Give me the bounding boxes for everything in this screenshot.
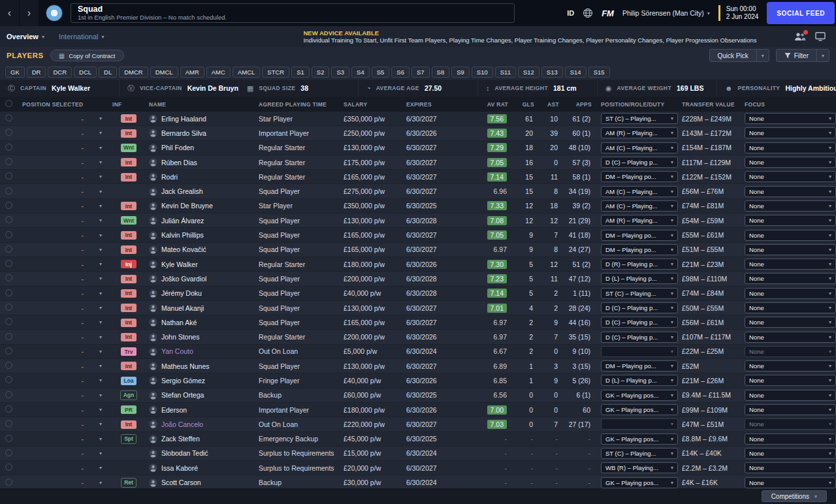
position-role-duty-dropdown[interactable]: GK – Playing pos... ▾ <box>601 390 678 401</box>
position-selected-cell[interactable]: - ▾ <box>18 187 108 195</box>
focus-dropdown[interactable]: None ▾ <box>745 375 836 386</box>
position-filter-s13[interactable]: S13 <box>541 67 563 78</box>
focus-dropdown[interactable]: None ▾ <box>745 200 836 212</box>
player-name-cell[interactable]: Manuel Akanji <box>145 304 255 312</box>
position-filter-stcr[interactable]: STCR <box>262 67 289 78</box>
focus-dropdown[interactable]: None ▾ <box>745 390 836 401</box>
row-select-checkbox[interactable] <box>5 362 12 369</box>
player-name-cell[interactable]: Phil Foden <box>145 144 255 152</box>
row-select-checkbox[interactable] <box>5 216 12 223</box>
column-header-salary[interactable]: SALARY <box>340 101 402 108</box>
focus-dropdown[interactable]: None ▾ <box>745 332 836 343</box>
focus-dropdown[interactable]: None ▾ <box>745 462 836 473</box>
globe-icon[interactable] <box>583 8 593 18</box>
position-selected-cell[interactable]: - ▾ <box>18 333 108 341</box>
player-name-cell[interactable]: Kalvin Phillips <box>145 231 255 240</box>
position-filter-s12[interactable]: S12 <box>518 67 539 78</box>
player-name-cell[interactable]: Yan Couto <box>145 347 255 356</box>
tab-international[interactable]: International ▾ <box>59 33 104 40</box>
player-name-cell[interactable]: Issa Kaboré <box>145 464 255 472</box>
focus-dropdown[interactable]: None ▾ <box>745 127 836 138</box>
row-select-checkbox[interactable] <box>5 144 12 151</box>
table-row[interactable]: - ▾ Jack Grealish Squad Player £275,000 … <box>0 184 836 198</box>
focus-dropdown[interactable]: None ▾ <box>745 404 836 415</box>
position-selected-cell[interactable]: - ▾ <box>18 231 108 239</box>
table-row[interactable]: - ▾ Int Joško Gvardiol Squad Player £200… <box>0 272 836 286</box>
column-header-ast[interactable]: AST <box>539 101 564 108</box>
position-filter-s5[interactable]: S5 <box>372 67 390 78</box>
focus-dropdown[interactable]: None ▾ <box>745 142 836 153</box>
table-row[interactable]: - ▾ Inj Kyle Walker Regular Starter £180… <box>0 257 836 272</box>
position-selected-cell[interactable]: - ▾ <box>18 391 108 399</box>
row-select-checkbox[interactable] <box>5 464 12 471</box>
position-role-duty-dropdown[interactable]: WB (R) – Playing... ▾ <box>601 462 678 473</box>
position-selected-cell[interactable]: - ▾ <box>18 464 108 472</box>
table-row[interactable]: - ▾ PR Ederson Important Player £180,000… <box>0 403 836 417</box>
chevron-down-icon[interactable]: ▾ <box>756 50 769 61</box>
player-name-cell[interactable]: João Cancelo <box>145 420 255 428</box>
column-header-inf[interactable]: INF <box>108 101 145 108</box>
focus-dropdown[interactable]: None ▾ <box>745 477 836 488</box>
table-row[interactable]: - ▾ Int Nathan Aké Squad Player £165,000… <box>0 315 836 330</box>
position-role-duty-dropdown[interactable]: D (L) – Playing p... ▾ <box>601 375 678 386</box>
table-row[interactable]: - ▾ Int Jérémy Doku Squad Player £40,000… <box>0 287 836 301</box>
table-row[interactable]: - ▾ Int Manuel Akanji Squad Player £130,… <box>0 301 836 315</box>
row-select-checkbox[interactable] <box>5 318 12 325</box>
page-title-box[interactable]: Squad 1st in English Premier Division – … <box>71 3 515 23</box>
chevron-down-icon[interactable]: ▾ <box>816 50 829 61</box>
position-selected-cell[interactable]: - ▾ <box>18 129 108 137</box>
focus-dropdown[interactable]: None ▾ <box>745 186 836 197</box>
position-role-duty-dropdown[interactable]: DM – Playing po... ▾ <box>601 360 678 371</box>
position-role-duty-dropdown[interactable]: AM (R) – Playing... ▾ <box>601 127 678 138</box>
position-role-duty-dropdown[interactable]: DM – Playing po... ▾ <box>601 171 678 182</box>
position-role-duty-dropdown[interactable]: DM – Playing po... ▾ <box>601 230 678 241</box>
focus-dropdown[interactable]: None ▾ <box>745 259 836 270</box>
player-name-cell[interactable]: Nathan Aké <box>145 318 255 326</box>
view-selector-button[interactable]: ▦ Copy of Contract <box>50 50 124 61</box>
position-selected-cell[interactable]: - ▾ <box>18 144 108 151</box>
position-role-duty-dropdown[interactable]: D (C) – Playing p... ▾ <box>601 302 678 313</box>
table-row[interactable]: - ▾ Int Kevin De Bruyne Star Player £350… <box>0 199 836 213</box>
position-role-duty-dropdown[interactable]: DM – Playing po... ▾ <box>601 244 678 255</box>
column-header-position-role-duty[interactable]: POSITION/ROLE/DUTY <box>597 101 678 108</box>
table-row[interactable]: - ▾ Int Bernardo Silva Important Player … <box>0 126 836 140</box>
position-role-duty-dropdown[interactable]: D (L) – Playing p... ▾ <box>601 273 678 284</box>
row-select-checkbox[interactable] <box>5 304 12 311</box>
position-selected-cell[interactable]: - ▾ <box>18 479 108 486</box>
focus-dropdown[interactable]: None ▾ <box>745 317 836 328</box>
position-role-duty-dropdown[interactable]: ST (C) – Playing... ▾ <box>601 448 678 459</box>
player-name-cell[interactable]: Julián Álvarez <box>145 216 255 225</box>
table-row[interactable]: - ▾ Int John Stones Regular Starter £200… <box>0 330 836 344</box>
position-filter-dcl[interactable]: DCL <box>74 67 97 78</box>
focus-dropdown[interactable]: None ▾ <box>745 157 836 168</box>
position-role-duty-dropdown[interactable]: ▾ <box>601 346 678 357</box>
focus-dropdown[interactable]: None ▾ <box>745 302 836 313</box>
position-filter-s11[interactable]: S11 <box>495 67 516 78</box>
position-filter-s6[interactable]: S6 <box>391 67 410 78</box>
position-selected-cell[interactable]: - ▾ <box>18 347 108 355</box>
player-name-cell[interactable]: Kyle Walker <box>145 260 255 268</box>
position-role-duty-dropdown[interactable]: GK – Playing pos... ▾ <box>601 404 678 415</box>
column-header-expires[interactable]: EXPIRES <box>402 101 470 108</box>
competitions-button[interactable]: Competitions ▾ <box>762 490 827 502</box>
row-select-checkbox[interactable] <box>5 333 12 340</box>
position-filter-s10[interactable]: S10 <box>472 67 493 78</box>
focus-dropdown[interactable]: None ▾ <box>745 171 836 182</box>
table-row[interactable]: - ▾ Issa Kaboré Surplus to Requirements … <box>0 461 836 475</box>
position-filter-s4[interactable]: S4 <box>351 67 370 78</box>
club-crest-icon[interactable] <box>46 5 63 22</box>
focus-dropdown[interactable]: None ▾ <box>745 360 836 371</box>
position-filter-s8[interactable]: S8 <box>432 67 450 78</box>
position-selected-cell[interactable]: - ▾ <box>18 289 108 297</box>
table-row[interactable]: - ▾ Int Rodri Regular Starter £165,000 p… <box>0 170 836 184</box>
focus-dropdown[interactable]: None ▾ <box>745 346 836 357</box>
table-row[interactable]: - ▾ Slobodan Tedić Surplus to Requiremen… <box>0 447 836 461</box>
row-select-checkbox[interactable] <box>5 405 12 413</box>
quick-pick-button[interactable]: Quick Pick ▾ <box>709 49 769 62</box>
table-row[interactable]: - ▾ Int Kalvin Phillips Squad Player £16… <box>0 228 836 242</box>
position-filter-dcr[interactable]: DCR <box>48 67 72 78</box>
focus-dropdown[interactable]: None ▾ <box>745 418 836 430</box>
manager-dropdown[interactable]: Philip Sörensen (Man City) ▾ <box>622 9 710 17</box>
focus-dropdown[interactable]: None ▾ <box>745 273 836 284</box>
position-role-duty-dropdown[interactable]: D (C) – Playing p... ▾ <box>601 332 678 343</box>
